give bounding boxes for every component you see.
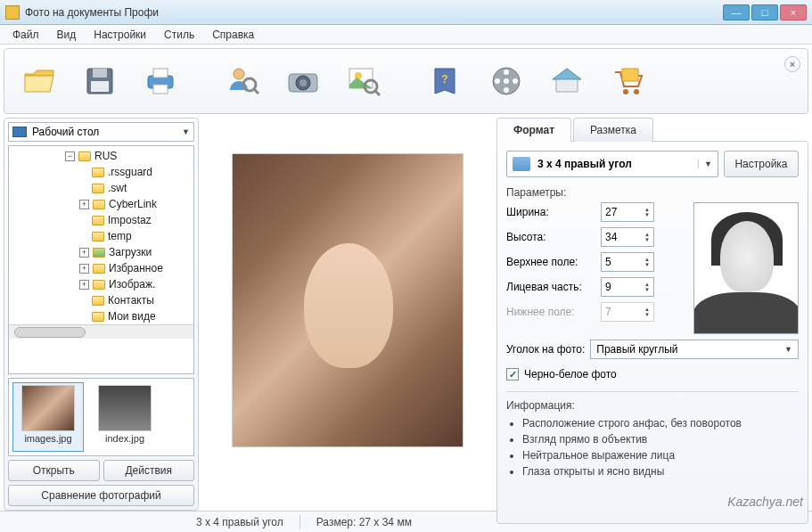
horizontal-scrollbar[interactable] [9,324,193,339]
folder-icon [92,216,104,225]
tree-item[interactable]: Контакты [108,294,154,307]
menu-view[interactable]: Вид [50,27,84,43]
tree-expand-icon[interactable]: + [79,248,89,258]
thumbnail-item[interactable]: index.jpg [89,382,160,452]
spinner-arrows-icon[interactable]: ▲▼ [644,257,650,267]
menu-settings[interactable]: Настройки [86,27,153,43]
tree-item[interactable]: .swt [108,182,127,194]
camera-icon [283,61,323,101]
folder-icon [92,312,104,322]
spinner-arrows-icon[interactable]: ▲▼ [644,207,650,217]
thumbnail-label: index.jpg [105,433,144,444]
film-reel-icon [487,61,526,101]
close-button[interactable]: × [780,4,807,20]
scroll-thumb[interactable] [14,327,86,338]
bw-label: Черно-белое фото [524,368,617,381]
param-label: Нижнее поле: [506,306,601,318]
folder-icon [92,168,104,177]
tree-item[interactable]: CyberLink [109,198,157,210]
chevron-down-icon: ▼ [784,345,792,354]
toolbar-print[interactable] [133,54,188,108]
toolbar-home[interactable] [539,54,595,108]
status-size: Размер: 27 x 34 мм [316,516,412,528]
configure-button[interactable]: Настройка [724,151,799,177]
photo-viewport [204,118,491,511]
tree-item[interactable]: .rssguard [108,166,152,178]
tab-layout[interactable]: Разметка [573,118,653,142]
window-controls: — □ × [723,4,807,20]
tree-item[interactable]: Мои виде [108,310,156,323]
format-combo[interactable]: 3 x 4 правый угол ▼ [506,151,718,177]
svg-point-18 [504,70,509,75]
menu-file[interactable]: Файл [5,27,46,43]
settings-panel: Формат Разметка 3 x 4 правый угол ▼ Наст… [496,118,808,511]
param-label: Высота: [506,231,601,243]
tree-expand-icon[interactable]: + [79,264,89,274]
tree-item[interactable]: RUS [94,150,117,162]
format-name: 3 x 4 правый угол [537,158,632,170]
svg-line-15 [374,90,380,95]
toolbar-help[interactable]: ? [418,54,473,108]
location-combo[interactable]: Рабочий стол ▼ [8,122,194,142]
folder-icon [93,200,105,209]
cart-icon [608,61,647,101]
bw-checkbox[interactable]: ✓ [506,368,519,381]
param-label: Верхнее поле: [506,256,601,268]
spinner-arrows-icon[interactable]: ▲▼ [644,232,650,242]
tree-expand-icon[interactable]: + [79,200,89,209]
top-spinner[interactable]: 5▲▼ [601,252,654,272]
compare-button[interactable]: Сравнение фотографий [8,485,194,506]
toolbar-retouch[interactable] [336,54,391,108]
tree-item[interactable]: Impostaz [108,214,152,226]
svg-rect-1 [93,69,107,78]
tree-item[interactable]: Изображ. [109,278,155,291]
svg-rect-5 [153,85,168,94]
chevron-down-icon: ▼ [698,160,712,168]
folder-tree[interactable]: −RUS .rssguard .swt +CyberLink Impostaz … [8,145,194,374]
svg-point-22 [504,78,509,84]
tree-item[interactable]: Загрузки [109,246,152,258]
folder-icon [92,184,104,193]
width-spinner[interactable]: 27▲▼ [601,202,654,222]
book-help-icon: ? [426,61,465,101]
svg-point-24 [634,89,639,94]
folder-icon [93,264,105,274]
folder-icon [78,151,91,161]
format-preview [693,202,799,334]
main-photo[interactable] [232,153,463,447]
toolbar-cart[interactable] [600,54,655,108]
thumbnail-label: images.jpg [24,433,71,444]
tree-expand-icon[interactable]: + [79,280,89,290]
folder-open-icon [20,61,59,101]
tab-format[interactable]: Формат [496,118,571,142]
toolbar-collapse-icon[interactable]: × [784,56,800,72]
param-label: Ширина: [506,206,601,218]
tree-item[interactable]: temp [108,230,132,242]
maximize-button[interactable]: □ [751,4,778,20]
format-icon [513,157,530,171]
tree-collapse-icon[interactable]: − [65,151,75,161]
svg-point-23 [623,89,628,94]
open-button[interactable]: Открыть [8,460,100,481]
info-item: Нейтральное выражение лица [522,447,799,463]
toolbar-camera[interactable] [275,54,331,108]
toolbar-film[interactable] [479,54,534,108]
corner-select[interactable]: Правый круглый▼ [590,340,799,359]
tree-item[interactable]: Избранное [109,262,163,274]
minimize-button[interactable]: — [723,4,750,20]
info-item: Глаза открыты и ясно видны [522,463,799,479]
toolbar-detect[interactable] [215,54,270,108]
folder-icon [93,280,105,290]
actions-button[interactable]: Действия [103,460,195,481]
svg-point-19 [513,78,518,84]
spinner-arrows-icon[interactable]: ▲▼ [644,282,650,292]
height-spinner[interactable]: 34▲▼ [601,227,654,247]
menu-style[interactable]: Стиль [157,27,201,43]
watermark: Kazachya.net [727,495,803,509]
spinner-arrows-icon: ▲▼ [644,307,650,317]
menu-help[interactable]: Справка [205,27,261,43]
toolbar-open[interactable] [12,54,67,108]
toolbar-save[interactable] [72,54,127,108]
thumbnail-item[interactable]: images.jpg [12,382,84,452]
face-spinner[interactable]: 9▲▼ [601,277,654,297]
